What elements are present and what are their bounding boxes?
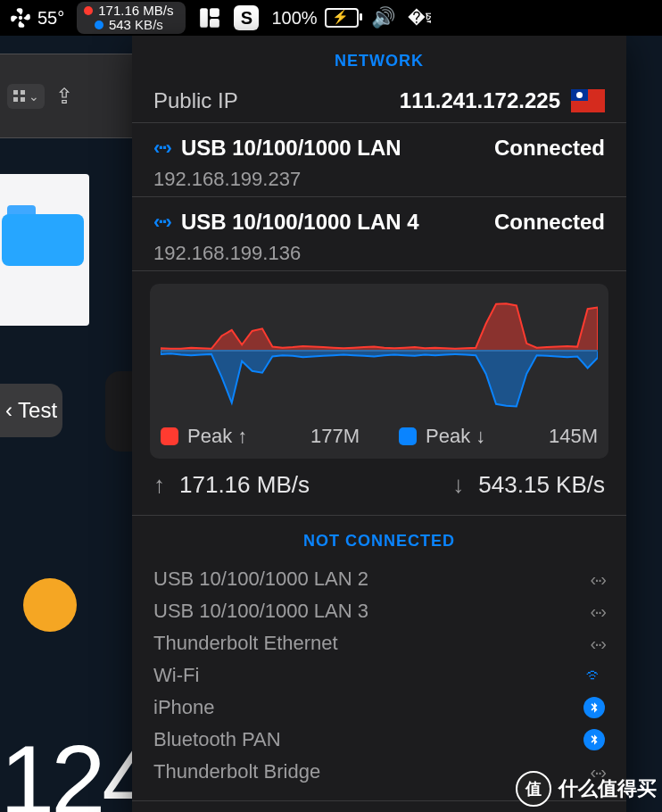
wifi-icon: ᯤ — [585, 664, 605, 687]
battery-percent: 100% — [271, 8, 317, 29]
section-title-network: NETWORK — [132, 36, 626, 79]
not-connected-name: Bluetooth PAN — [153, 728, 281, 751]
speaker-icon: 🔊 — [371, 6, 395, 29]
not-connected-row[interactable]: iPhone — [153, 692, 605, 724]
not-connected-row[interactable]: USB 10/100/1000 LAN 2‹··› — [153, 563, 605, 595]
legend-peak-down-value: 145M — [549, 425, 598, 448]
finder-toolbar: ⌄ ⇪ — [0, 54, 134, 138]
interface-name: USB 10/100/1000 LAN — [181, 136, 401, 161]
not-connected-row[interactable]: Wi-Fiᯤ — [153, 659, 605, 692]
not-connected-name: USB 10/100/1000 LAN 2 — [153, 568, 368, 591]
traffic-chart: Peak ↑ 177M Peak ↓ 145M — [150, 284, 608, 459]
share-icon: ⇪ — [55, 84, 73, 108]
bluetooth-icon — [583, 697, 605, 718]
share-button[interactable]: ⇪ — [55, 84, 73, 109]
volume-widget[interactable]: 🔊 — [371, 6, 395, 29]
layout-icon — [198, 6, 221, 29]
public-ip-value: 111.241.172.225 — [400, 88, 560, 113]
grid-icon — [13, 90, 25, 102]
not-connected-list: USB 10/100/1000 LAN 2‹··›USB 10/100/1000… — [132, 559, 626, 795]
legend-peak-up-label: Peak ↑ — [187, 425, 247, 448]
ethernet-icon: ‹··› — [153, 211, 170, 234]
upload-dot-icon — [84, 6, 93, 15]
network-stats-panel: NETWORK Public IP 111.241.172.225 ‹··›US… — [132, 36, 626, 812]
battery-icon: ⚡ — [325, 8, 359, 28]
interface-ip: 192.168.199.237 — [153, 161, 605, 191]
legend-download-swatch — [399, 427, 417, 445]
interface-row[interactable]: ‹··›USB 10/100/1000 LAN Connected 192.16… — [132, 123, 626, 196]
network-speed-widget[interactable]: 171.16 MB/s 543 KB/s — [77, 2, 186, 34]
watermark-badge-icon: 值 — [516, 771, 551, 807]
chevron-down-icon: ⌄ — [29, 89, 39, 104]
section-title-not-connected: NOT CONNECTED — [132, 516, 626, 559]
weather-sun-icon — [23, 578, 77, 632]
svg-rect-1 — [201, 8, 209, 28]
s-icon: S — [234, 5, 259, 30]
svg-rect-3 — [210, 19, 219, 28]
layout-widget[interactable] — [198, 6, 221, 29]
menubar-download-rate: 543 KB/s — [109, 18, 163, 32]
not-connected-name: Wi-Fi — [153, 664, 199, 687]
traffic-chart-svg — [161, 293, 598, 418]
legend-upload-swatch — [161, 427, 178, 445]
chart-legend: Peak ↑ 177M Peak ↓ 145M — [161, 418, 598, 448]
ethernet-icon: ‹··› — [153, 137, 170, 160]
test-button[interactable]: ‹ Test — [0, 384, 62, 437]
interface-status: Connected — [494, 136, 605, 161]
current-upload-rate: 171.16 MB/s — [179, 471, 310, 499]
legend-peak-up-value: 177M — [310, 425, 360, 448]
cpu-temp: 55° — [37, 8, 64, 29]
public-ip-row[interactable]: Public IP 111.241.172.225 — [132, 79, 626, 122]
download-dot-icon — [95, 21, 103, 29]
fan-icon — [9, 6, 32, 29]
arrow-down-icon: ↓ — [452, 471, 464, 499]
not-connected-row[interactable]: Thunderbolt Ethernet‹··› — [153, 627, 605, 659]
public-ip-label: Public IP — [153, 88, 238, 113]
arrow-up-icon: ↑ — [153, 471, 165, 499]
interface-row[interactable]: ‹··›USB 10/100/1000 LAN 4 Connected 192.… — [132, 197, 626, 270]
legend-peak-down-label: Peak ↓ — [426, 425, 485, 448]
interface-ip: 192.168.199.136 — [153, 235, 605, 265]
bluetooth-icon — [583, 729, 605, 750]
menubar-upload-rate: 171.16 MB/s — [98, 4, 173, 18]
current-download-rate: 543.15 KB/s — [478, 471, 605, 499]
wifi-icon: �ছ� — [408, 6, 431, 29]
view-mode-button[interactable]: ⌄ — [7, 84, 45, 109]
ethernet-icon: ‹··› — [591, 569, 605, 590]
ethernet-icon: ‹··› — [591, 601, 605, 622]
watermark-text: 什么值得买 — [559, 775, 657, 802]
wifi-widget[interactable]: �ছ� — [408, 6, 431, 29]
battery-widget[interactable]: 100% ⚡ — [271, 8, 358, 29]
not-connected-row[interactable]: USB 10/100/1000 LAN 3‹··› — [153, 595, 605, 627]
fan-temp-widget[interactable]: 55° — [9, 6, 64, 29]
folder-icon[interactable] — [2, 205, 84, 266]
not-connected-name: USB 10/100/1000 LAN 3 — [153, 600, 368, 623]
not-connected-name: Thunderbolt Bridge — [153, 760, 320, 783]
app-s-widget[interactable]: S — [234, 5, 259, 30]
svg-point-0 — [19, 16, 22, 20]
svg-rect-2 — [210, 8, 219, 17]
flag-icon — [571, 89, 605, 112]
not-connected-row[interactable]: Bluetooth PAN — [153, 724, 605, 756]
interface-status: Connected — [494, 210, 605, 235]
interface-name: USB 10/100/1000 LAN 4 — [181, 210, 419, 235]
ethernet-icon: ‹··› — [591, 634, 605, 654]
macos-menubar: 55° 171.16 MB/s 543 KB/s S 100% ⚡ 🔊 �ছ� — [0, 0, 662, 36]
not-connected-name: iPhone — [153, 696, 215, 719]
clock-widget-fragment: 124 — [0, 723, 153, 812]
watermark: 值 什么值得买 — [516, 771, 657, 807]
not-connected-name: Thunderbolt Ethernet — [153, 632, 338, 655]
current-rates-row: ↑ 171.16 MB/s ↓ 543.15 KB/s — [132, 459, 626, 515]
